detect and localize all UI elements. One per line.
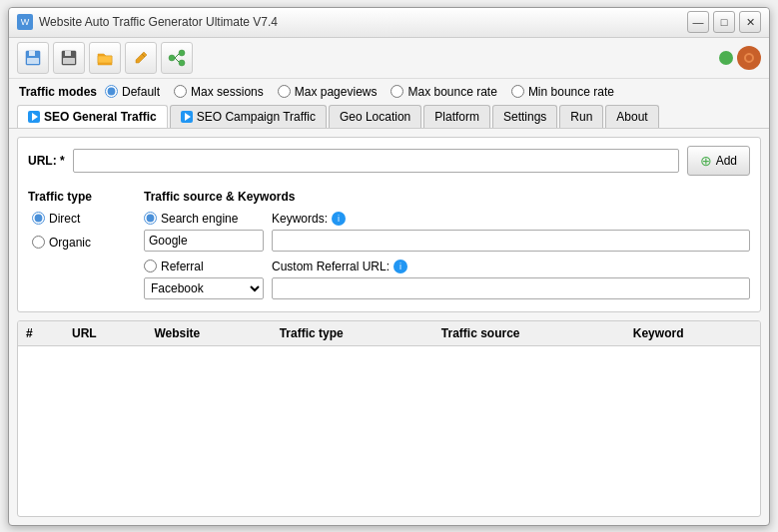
traffic-config: Traffic type Direct Organic Tr (28, 186, 750, 303)
traffic-type-label: Traffic type (28, 190, 128, 204)
col-number: # (18, 321, 64, 346)
mode-min-bounce-rate[interactable]: Min bounce rate (511, 85, 614, 99)
data-table-section: # URL Website Traffic type Traffic sourc… (17, 320, 761, 517)
source-search-engine[interactable]: Search engine (144, 212, 264, 226)
search-engine-input[interactable] (144, 230, 264, 252)
status-indicator (719, 51, 733, 65)
svg-rect-5 (63, 58, 75, 64)
svg-rect-2 (27, 58, 39, 64)
tab-seo-general-icon (28, 111, 40, 123)
svg-point-8 (179, 50, 185, 56)
traffic-source-label: Traffic source & Keywords (144, 190, 750, 204)
maximize-button[interactable]: □ (713, 11, 735, 33)
table-header-row: # URL Website Traffic type Traffic sourc… (18, 321, 760, 346)
custom-referral-section: Custom Referral URL: i (272, 260, 750, 299)
type-direct[interactable]: Direct (32, 212, 128, 226)
search-engine-block: Search engine Keywords: i (144, 212, 750, 252)
open-button[interactable] (89, 42, 121, 74)
custom-ref-label: Custom Referral URL: (272, 260, 389, 273)
close-button[interactable]: ✕ (739, 11, 761, 33)
url-label: URL: * (28, 154, 65, 168)
referral-block: Referral Facebook Twitter Instagram Link… (144, 260, 750, 299)
title-bar: W Website Auto Traffic Generator Ultimat… (9, 8, 769, 38)
tab-geo-location[interactable]: Geo Location (329, 105, 421, 128)
traffic-modes-options: Default Max sessions Max pageviews Max b… (105, 85, 614, 99)
svg-point-9 (179, 60, 185, 66)
tab-seo-general[interactable]: SEO General Traffic (17, 105, 168, 128)
edit-button[interactable] (125, 42, 157, 74)
keyword-section: Keywords: i (272, 212, 750, 252)
window-controls: — □ ✕ (687, 11, 761, 33)
svg-line-11 (175, 58, 179, 62)
add-icon: ⊕ (700, 153, 712, 169)
toolbar (9, 38, 769, 79)
tab-platform[interactable]: Platform (423, 105, 490, 128)
traffic-source-section: Traffic source & Keywords Search engine (144, 190, 750, 299)
type-organic[interactable]: Organic (32, 236, 128, 250)
custom-ref-input[interactable] (272, 277, 750, 299)
traffic-type-radios: Direct Organic (28, 212, 128, 250)
main-window: W Website Auto Traffic Generator Ultimat… (8, 7, 770, 526)
custom-ref-row: Custom Referral URL: i (272, 260, 750, 273)
tab-seo-campaign-icon (181, 111, 193, 123)
tab-about[interactable]: About (605, 105, 658, 128)
referral-select[interactable]: Facebook Twitter Instagram LinkedIn (144, 277, 264, 299)
col-url: URL (64, 321, 146, 346)
mode-max-sessions[interactable]: Max sessions (174, 85, 264, 99)
col-website: Website (146, 321, 271, 346)
save-as-button[interactable] (53, 42, 85, 74)
tab-seo-campaign[interactable]: SEO Campaign Traffic (170, 105, 327, 128)
tab-settings[interactable]: Settings (492, 105, 557, 128)
source-referral[interactable]: Referral (144, 260, 264, 273)
svg-rect-1 (29, 51, 35, 56)
keywords-label: Keywords: (272, 212, 328, 226)
col-keyword: Keyword (625, 321, 760, 346)
mode-default[interactable]: Default (105, 85, 160, 99)
save-button[interactable] (17, 42, 49, 74)
col-traffic-type: Traffic type (272, 321, 433, 346)
custom-ref-info-button[interactable]: i (393, 260, 407, 273)
tabs-bar: SEO General Traffic SEO Campaign Traffic… (9, 105, 769, 129)
svg-point-7 (169, 55, 175, 61)
minimize-button[interactable]: — (687, 11, 709, 33)
svg-point-13 (746, 55, 752, 61)
app-logo (737, 46, 761, 70)
url-config-panel: URL: * ⊕ Add Traffic type Direct (17, 137, 761, 312)
tab-run[interactable]: Run (559, 105, 603, 128)
svg-rect-4 (65, 51, 71, 56)
traffic-modes-label: Traffic modes (19, 85, 97, 99)
svg-line-10 (175, 54, 179, 58)
data-table: # URL Website Traffic type Traffic sourc… (18, 321, 760, 346)
mode-max-bounce-rate[interactable]: Max bounce rate (390, 85, 496, 99)
window-title: Website Auto Traffic Generator Ultimate … (39, 15, 687, 29)
main-content: URL: * ⊕ Add Traffic type Direct (9, 129, 769, 525)
url-row: URL: * ⊕ Add (28, 146, 750, 176)
keywords-row: Keywords: i (272, 212, 750, 226)
mode-max-pageviews[interactable]: Max pageviews (278, 85, 378, 99)
add-button[interactable]: ⊕ Add (687, 146, 750, 176)
traffic-source-inner: Search engine Keywords: i (144, 212, 750, 299)
url-input[interactable] (73, 149, 679, 173)
col-traffic-source: Traffic source (433, 321, 625, 346)
app-icon: W (17, 14, 33, 30)
keywords-input[interactable] (272, 230, 750, 252)
connections-button[interactable] (161, 42, 193, 74)
keywords-info-button[interactable]: i (332, 212, 346, 226)
traffic-type-section: Traffic type Direct Organic (28, 190, 128, 299)
traffic-modes-bar: Traffic modes Default Max sessions Max p… (9, 79, 769, 105)
